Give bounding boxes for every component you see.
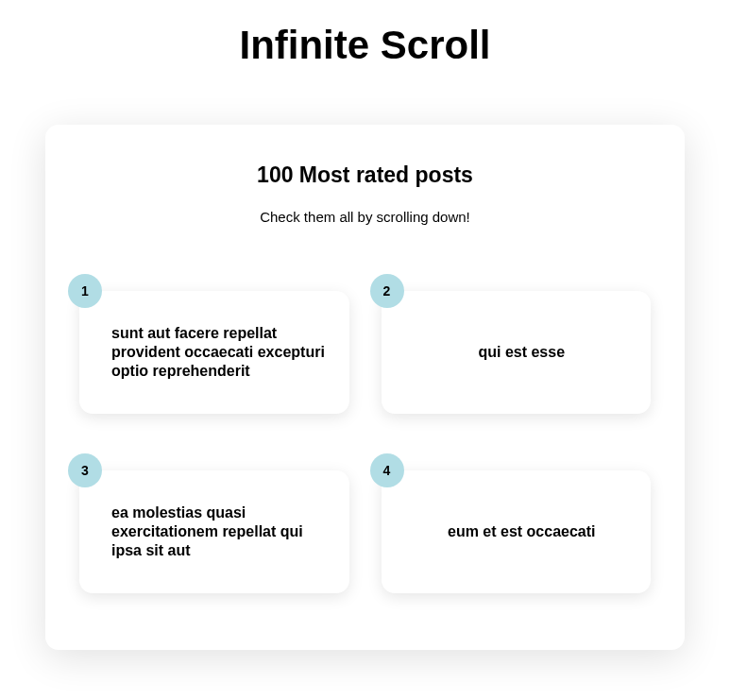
page-title: Infinite Scroll <box>0 0 730 125</box>
post-number-badge: 3 <box>68 453 102 487</box>
post-item[interactable]: 4 eum et est occaecati <box>382 470 652 593</box>
post-number-badge: 4 <box>370 453 404 487</box>
post-title: eum et est occaecati <box>414 522 631 541</box>
post-title: ea molestias quasi exercitationem repell… <box>111 504 329 560</box>
post-title: sunt aut facere repellat provident occae… <box>111 324 329 381</box>
post-item[interactable]: 1 sunt aut facere repellat provident occ… <box>79 291 349 414</box>
posts-grid[interactable]: 1 sunt aut facere repellat provident occ… <box>79 291 651 593</box>
post-number-badge: 1 <box>68 274 102 308</box>
section-title: 100 Most rated posts <box>79 162 651 188</box>
posts-card: 100 Most rated posts Check them all by s… <box>45 125 685 650</box>
post-number-badge: 2 <box>370 274 404 308</box>
section-subtitle: Check them all by scrolling down! <box>79 209 651 225</box>
post-title: qui est esse <box>414 343 631 362</box>
post-item[interactable]: 3 ea molestias quasi exercitationem repe… <box>79 470 349 593</box>
post-item[interactable]: 2 qui est esse <box>382 291 652 414</box>
